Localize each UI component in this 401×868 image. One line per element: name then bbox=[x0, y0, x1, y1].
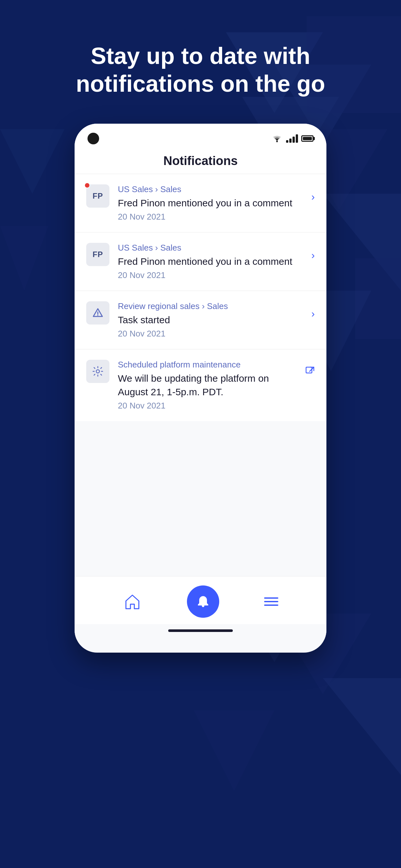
empty-area bbox=[74, 421, 327, 576]
notification-message-1: Fred Pinon mentioned you in a comment bbox=[118, 196, 306, 210]
notification-content-3: Review regional sales › Sales Task start… bbox=[118, 301, 306, 339]
external-link-icon bbox=[305, 366, 315, 378]
notification-content-4: Scheduled platform maintenance We will b… bbox=[118, 360, 300, 411]
notification-message-4: We will be updating the platform on Augu… bbox=[118, 372, 300, 399]
avatar-wrap-1: FP bbox=[86, 184, 110, 208]
bottom-navigation bbox=[74, 576, 327, 624]
chevron-right-icon-1: › bbox=[311, 191, 315, 203]
avatar-wrap-4 bbox=[86, 360, 110, 383]
battery-icon bbox=[301, 135, 313, 142]
notification-date-1: 20 Nov 2021 bbox=[118, 212, 306, 222]
notification-content-1: US Sales › Sales Fred Pinon mentioned yo… bbox=[118, 184, 306, 222]
status-bar bbox=[74, 124, 327, 148]
nav-menu-button[interactable] bbox=[264, 597, 278, 606]
svg-point-18 bbox=[97, 315, 98, 316]
notification-item-1[interactable]: FP US Sales › Sales Fred Pinon mentioned… bbox=[74, 174, 327, 232]
notification-item-3[interactable]: Review regional sales › Sales Task start… bbox=[74, 291, 327, 349]
nav-home-button[interactable] bbox=[123, 592, 142, 611]
svg-point-16 bbox=[276, 141, 278, 142]
camera-dot bbox=[88, 133, 99, 144]
notification-context-1: US Sales › Sales bbox=[118, 184, 306, 194]
status-icons bbox=[271, 134, 313, 143]
home-bar-indicator bbox=[168, 629, 233, 632]
avatar-wrap-3 bbox=[86, 301, 110, 324]
notification-message-2: Fred Pinon mentioned you in a comment bbox=[118, 255, 306, 268]
signal-icon bbox=[286, 134, 298, 143]
wifi-icon bbox=[271, 134, 283, 143]
notifications-title: Notifications bbox=[74, 148, 327, 174]
avatar-fp-2: FP bbox=[86, 243, 110, 266]
unread-dot bbox=[84, 182, 90, 188]
notification-context-4: Scheduled platform maintenance bbox=[118, 360, 300, 370]
notification-context-2: US Sales › Sales bbox=[118, 243, 306, 253]
svg-point-19 bbox=[96, 370, 99, 373]
notification-message-3: Task started bbox=[118, 313, 306, 327]
gear-icon bbox=[86, 360, 110, 383]
notification-item-2[interactable]: FP US Sales › Sales Fred Pinon mentioned… bbox=[74, 232, 327, 291]
avatar-wrap-2: FP bbox=[86, 243, 110, 266]
notification-item-4[interactable]: Scheduled platform maintenance We will b… bbox=[74, 349, 327, 421]
nav-notifications-button[interactable] bbox=[187, 585, 219, 618]
notification-list: FP US Sales › Sales Fred Pinon mentioned… bbox=[74, 174, 327, 421]
avatar-fp-1: FP bbox=[86, 184, 110, 208]
chevron-right-icon-2: › bbox=[311, 249, 315, 261]
avatar-task bbox=[86, 301, 110, 324]
menu-icon bbox=[264, 597, 278, 606]
chevron-right-icon-3: › bbox=[311, 308, 315, 320]
notification-date-2: 20 Nov 2021 bbox=[118, 270, 306, 280]
notification-date-3: 20 Nov 2021 bbox=[118, 329, 306, 339]
notification-context-3: Review regional sales › Sales bbox=[118, 301, 306, 311]
page-header-title: Stay up to date with notifications on th… bbox=[0, 42, 401, 98]
phone-mockup: Notifications FP US Sales › Sales Fred P… bbox=[74, 124, 327, 653]
nav-bell-active bbox=[187, 585, 219, 618]
notification-content-2: US Sales › Sales Fred Pinon mentioned yo… bbox=[118, 243, 306, 280]
home-bar bbox=[74, 624, 327, 640]
notification-date-4: 20 Nov 2021 bbox=[118, 401, 300, 411]
